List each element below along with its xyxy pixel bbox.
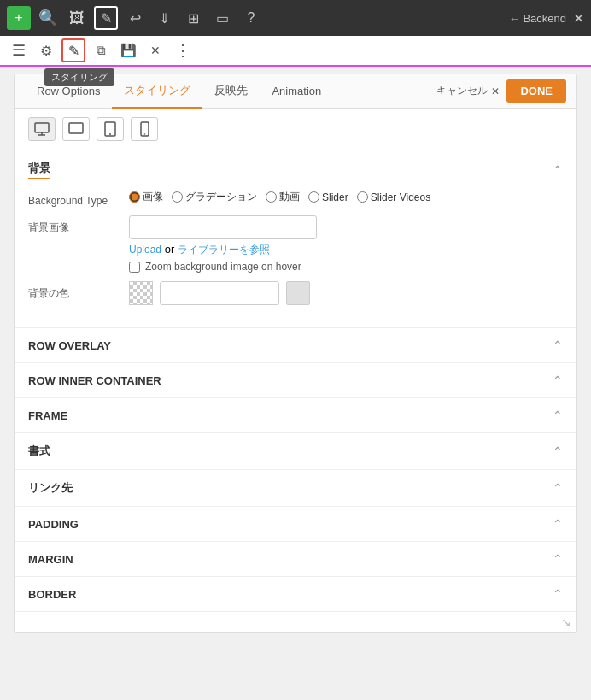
row-overlay-section: ROW OVERLAY ⌃ bbox=[15, 328, 576, 363]
zoom-button[interactable]: 🔍 bbox=[36, 6, 60, 30]
layout-button[interactable]: ▭ bbox=[210, 6, 234, 30]
radio-slider-videos[interactable]: Slider Videos bbox=[357, 191, 431, 203]
radio-video[interactable]: 動画 bbox=[266, 190, 300, 204]
typography-title: 書式 bbox=[28, 444, 50, 459]
done-button[interactable]: DONE bbox=[506, 79, 566, 103]
bg-color-label: 背景の色 bbox=[28, 281, 122, 301]
padding-chevron: ⌃ bbox=[553, 517, 563, 531]
zoom-checkbox-label: Zoom background image on hover bbox=[145, 261, 301, 273]
background-chevron: ⌃ bbox=[553, 163, 563, 177]
edit-mode-button[interactable]: ✎ bbox=[94, 6, 118, 30]
delete-icon-button[interactable]: ✕ bbox=[143, 38, 167, 62]
margin-section: MARGIN ⌃ bbox=[15, 542, 576, 577]
top-bar-right: ← Backend ✕ bbox=[509, 10, 584, 26]
background-title: 背景 bbox=[28, 161, 50, 179]
cancel-label: キャンセル bbox=[436, 84, 488, 98]
svg-rect-3 bbox=[69, 123, 83, 133]
top-toolbar: + 🔍 🖼 ✎ ↩ ⇓ ⊞ ▭ ? ← Backend ✕ bbox=[0, 0, 591, 36]
tab-reflect[interactable]: 反映先 bbox=[202, 74, 260, 109]
backend-link[interactable]: ← Backend bbox=[509, 12, 566, 25]
radio-slider-videos-label: Slider Videos bbox=[371, 191, 431, 203]
radio-gradient[interactable]: グラデーション bbox=[172, 190, 257, 204]
background-content: Background Type 画像 グラデーション 動画 Slider bbox=[15, 179, 576, 328]
bg-image-input[interactable] bbox=[129, 215, 317, 239]
tab-styling[interactable]: スタイリング bbox=[112, 74, 202, 109]
resize-handle[interactable]: ↘ bbox=[15, 612, 576, 632]
svg-point-5 bbox=[109, 133, 111, 135]
radio-slider[interactable]: Slider bbox=[308, 191, 348, 203]
bg-image-row: 背景画像 Upload or ライブラリーを参照 Zoom background… bbox=[28, 215, 563, 273]
top-bar-left: + 🔍 🖼 ✎ ↩ ⇓ ⊞ ▭ ? bbox=[7, 6, 263, 30]
row-inner-container-chevron: ⌃ bbox=[553, 374, 563, 387]
row-overlay-title: ROW OVERLAY bbox=[28, 339, 111, 352]
bg-type-label: Background Type bbox=[28, 190, 122, 207]
topbar-close-icon[interactable]: ✕ bbox=[573, 10, 584, 26]
padding-title: PADDING bbox=[28, 518, 79, 531]
border-title: BORDER bbox=[28, 588, 76, 601]
save-icon-button[interactable]: 💾 bbox=[116, 38, 140, 62]
margin-header[interactable]: MARGIN ⌃ bbox=[15, 542, 576, 576]
color-input-box[interactable] bbox=[160, 281, 279, 305]
row-inner-container-header[interactable]: ROW INNER CONTAINER ⌃ bbox=[15, 363, 576, 397]
frame-chevron: ⌃ bbox=[553, 409, 563, 422]
bg-color-content bbox=[129, 281, 310, 305]
bg-image-content: Upload or ライブラリーを参照 Zoom background imag… bbox=[129, 215, 563, 273]
radio-image-label: 画像 bbox=[143, 190, 163, 204]
upload-link[interactable]: Upload bbox=[129, 244, 161, 256]
radio-image[interactable]: 画像 bbox=[129, 190, 163, 204]
border-section: BORDER ⌃ bbox=[15, 577, 576, 612]
frame-title: FRAME bbox=[28, 409, 67, 422]
link-chevron: ⌃ bbox=[553, 481, 563, 495]
upload-row: Upload or ライブラリーを参照 bbox=[129, 243, 563, 257]
undo-button[interactable]: ↩ bbox=[123, 6, 147, 30]
mobile-device-button[interactable] bbox=[131, 117, 158, 141]
svg-rect-0 bbox=[35, 123, 49, 132]
margin-chevron: ⌃ bbox=[553, 552, 563, 566]
gear-icon-button[interactable]: ⚙ bbox=[34, 38, 58, 62]
margin-title: MARGIN bbox=[28, 553, 73, 566]
cancel-button[interactable]: キャンセル ✕ bbox=[436, 84, 500, 98]
more-icon-button[interactable]: ⋮ bbox=[171, 38, 195, 62]
link-title: リンク先 bbox=[28, 480, 73, 496]
add-button[interactable]: + bbox=[7, 6, 31, 30]
download-button[interactable]: ⇓ bbox=[152, 6, 176, 30]
list-icon-button[interactable]: ☰ bbox=[7, 38, 31, 62]
pen-icon-button[interactable]: ✎ bbox=[61, 38, 85, 62]
frame-header[interactable]: FRAME ⌃ bbox=[15, 398, 576, 432]
resize-icon: ↘ bbox=[561, 615, 571, 629]
row-inner-container-title: ROW INNER CONTAINER bbox=[28, 374, 161, 387]
copy-icon-button[interactable]: ⧉ bbox=[89, 38, 113, 62]
tab-animation[interactable]: Animation bbox=[260, 76, 333, 108]
zoom-checkbox-row: Zoom background image on hover bbox=[129, 261, 563, 273]
frame-section: FRAME ⌃ bbox=[15, 398, 576, 433]
or-text: or bbox=[165, 243, 178, 256]
help-button[interactable]: ? bbox=[239, 6, 263, 30]
border-header[interactable]: BORDER ⌃ bbox=[15, 577, 576, 611]
background-section-header[interactable]: 背景 ⌃ bbox=[15, 150, 576, 179]
monitor2-device-button[interactable] bbox=[62, 117, 90, 141]
row-overlay-header[interactable]: ROW OVERLAY ⌃ bbox=[15, 328, 576, 362]
monitor-button[interactable]: 🖼 bbox=[65, 6, 89, 30]
typography-header[interactable]: 書式 ⌃ bbox=[15, 433, 576, 469]
cancel-icon: ✕ bbox=[491, 85, 500, 97]
border-chevron: ⌃ bbox=[553, 587, 563, 601]
color-transparency-swatch[interactable] bbox=[129, 281, 153, 305]
radio-video-label: 動画 bbox=[279, 190, 300, 204]
desktop-device-button[interactable] bbox=[28, 117, 56, 141]
color-swatch[interactable] bbox=[286, 281, 310, 305]
zoom-checkbox[interactable] bbox=[129, 262, 140, 273]
bg-color-row: 背景の色 bbox=[28, 281, 563, 305]
radio-slider-label: Slider bbox=[322, 191, 348, 203]
main-panel: Row Options スタイリング 反映先 Animation キャンセル ✕… bbox=[14, 74, 577, 633]
bg-type-radio-group: 画像 グラデーション 動画 Slider Slider Videos bbox=[129, 190, 430, 204]
row-overlay-chevron: ⌃ bbox=[553, 338, 563, 352]
link-header[interactable]: リンク先 ⌃ bbox=[15, 470, 576, 506]
tablet-device-button[interactable] bbox=[97, 117, 124, 141]
grid-button[interactable]: ⊞ bbox=[181, 6, 205, 30]
bg-type-row: Background Type 画像 グラデーション 動画 Slider bbox=[28, 190, 563, 207]
padding-header[interactable]: PADDING ⌃ bbox=[15, 507, 576, 541]
device-row bbox=[15, 109, 576, 150]
tooltip: スタイリング bbox=[44, 68, 114, 86]
row-inner-container-section: ROW INNER CONTAINER ⌃ bbox=[15, 363, 576, 398]
library-link[interactable]: ライブラリーを参照 bbox=[178, 244, 270, 256]
